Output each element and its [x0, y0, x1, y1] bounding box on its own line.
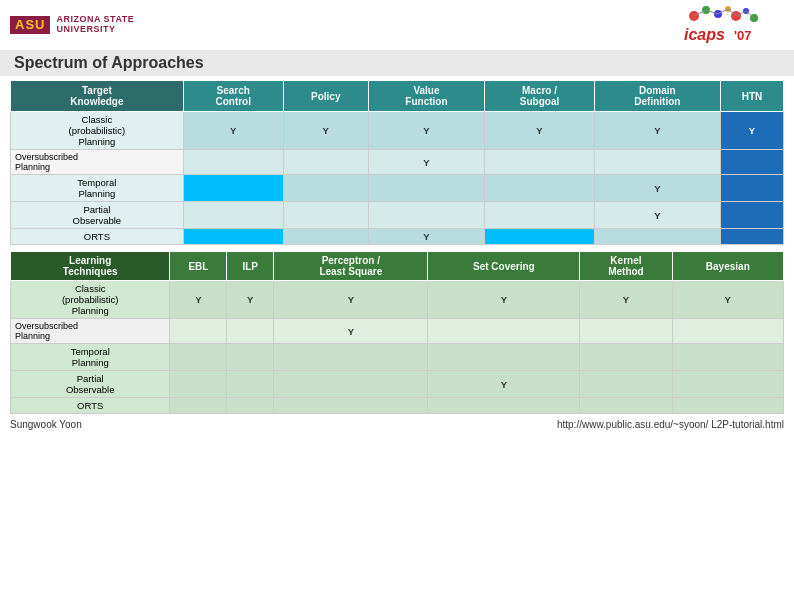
table-row: ORTS: [11, 398, 784, 414]
cell-partial-search: [183, 202, 283, 229]
cell-classic-macro: Y: [485, 112, 595, 150]
th-macro-subgoal: Macro /Subgoal: [485, 81, 595, 112]
icaps-logo-svg: icaps '07: [674, 4, 784, 46]
brow-label-orts: ORTS: [11, 398, 170, 414]
table-row: Classic(probabilistic)Planning Y Y Y Y Y…: [11, 112, 784, 150]
cell-temporal-macro: [485, 175, 595, 202]
row-label-temporal: TemporalPlanning: [11, 175, 184, 202]
table-row: OversubscribedPlanning Y: [11, 319, 784, 344]
bcell-temporal-ebl: [170, 344, 227, 371]
top-table: TargetKnowledge SearchControl Policy Val…: [10, 80, 784, 245]
bcell-classic-setcov: Y: [428, 281, 580, 319]
asu-logo: ASU ARIZONA STATE UNIVERSITY: [10, 15, 134, 35]
bth-ebl: EBL: [170, 252, 227, 281]
cell-orts-domain: [594, 229, 720, 245]
page-title: Spectrum of Approaches: [0, 50, 794, 76]
cell-orts-search: [183, 229, 283, 245]
cell-orts-policy: [283, 229, 368, 245]
bcell-temporal-kernel: [580, 344, 672, 371]
cell-orts-macro: [485, 229, 595, 245]
svg-text:icaps: icaps: [684, 26, 725, 43]
th-search-control: SearchControl: [183, 81, 283, 112]
table-row: TemporalPlanning Y: [11, 175, 784, 202]
table-row: PartialObservable Y: [11, 202, 784, 229]
bcell-temporal-perceptron: [274, 344, 428, 371]
bcell-oversub-kernel: [580, 319, 672, 344]
bth-set-covering: Set Covering: [428, 252, 580, 281]
cell-classic-search: Y: [183, 112, 283, 150]
cell-orts-value: Y: [368, 229, 484, 245]
svg-text:'07: '07: [734, 28, 752, 43]
bcell-oversub-bayesian: [672, 319, 783, 344]
bcell-temporal-setcov: [428, 344, 580, 371]
right-logo: icaps '07: [674, 4, 784, 46]
table-row: OversubscribedPlanning Y: [11, 150, 784, 175]
cell-orts-htn: [720, 229, 783, 245]
th-value-function: ValueFunction: [368, 81, 484, 112]
table-row: Classic(probabilistic)Planning Y Y Y Y Y…: [11, 281, 784, 319]
row-label-classic: Classic(probabilistic)Planning: [11, 112, 184, 150]
th-target-knowledge: TargetKnowledge: [11, 81, 184, 112]
bcell-temporal-bayesian: [672, 344, 783, 371]
cell-temporal-policy: [283, 175, 368, 202]
top-table-container: TargetKnowledge SearchControl Policy Val…: [0, 76, 794, 247]
bth-bayesian: Bayesian: [672, 252, 783, 281]
cell-partial-domain: Y: [594, 202, 720, 229]
cell-oversub-macro: [485, 150, 595, 175]
cell-classic-value: Y: [368, 112, 484, 150]
header: ASU ARIZONA STATE UNIVERSITY: [0, 0, 794, 50]
th-policy: Policy: [283, 81, 368, 112]
th-domain-def: DomainDefinition: [594, 81, 720, 112]
bottom-table-container: LearningTechniques EBL ILP Perceptron /L…: [0, 247, 794, 416]
bottom-table-header-row: LearningTechniques EBL ILP Perceptron /L…: [11, 252, 784, 281]
footer-author: Sungwook Yoon: [10, 419, 82, 430]
brow-label-temporal: TemporalPlanning: [11, 344, 170, 371]
bcell-orts-perceptron: [274, 398, 428, 414]
cell-temporal-value: [368, 175, 484, 202]
bcell-temporal-ilp: [227, 344, 274, 371]
bcell-partial-ilp: [227, 371, 274, 398]
cell-temporal-search: [183, 175, 283, 202]
bcell-orts-ebl: [170, 398, 227, 414]
brow-label-partial: PartialObservable: [11, 371, 170, 398]
bth-kernel-method: KernelMethod: [580, 252, 672, 281]
bcell-partial-ebl: [170, 371, 227, 398]
bcell-partial-bayesian: [672, 371, 783, 398]
bcell-oversub-ebl: [170, 319, 227, 344]
top-table-header-row: TargetKnowledge SearchControl Policy Val…: [11, 81, 784, 112]
bcell-classic-bayesian: Y: [672, 281, 783, 319]
bottom-table: LearningTechniques EBL ILP Perceptron /L…: [10, 251, 784, 414]
cell-temporal-htn: [720, 175, 783, 202]
asu-text-block: ARIZONA STATE UNIVERSITY: [56, 15, 134, 35]
cell-classic-policy: Y: [283, 112, 368, 150]
bth-learning-techniques: LearningTechniques: [11, 252, 170, 281]
bcell-orts-kernel: [580, 398, 672, 414]
asu-logo-block: ASU: [10, 16, 50, 34]
cell-oversub-htn: [720, 150, 783, 175]
bcell-classic-ebl: Y: [170, 281, 227, 319]
footer-url: http://www.public.asu.edu/~syoon/ L2P-tu…: [557, 419, 784, 430]
cell-classic-domain: Y: [594, 112, 720, 150]
cell-partial-policy: [283, 202, 368, 229]
table-row: TemporalPlanning: [11, 344, 784, 371]
cell-oversub-search: [183, 150, 283, 175]
cell-partial-htn: [720, 202, 783, 229]
bcell-oversub-perceptron: Y: [274, 319, 428, 344]
bcell-oversub-setcov: [428, 319, 580, 344]
bth-ilp: ILP: [227, 252, 274, 281]
bth-perceptron: Perceptron /Least Square: [274, 252, 428, 281]
row-label-partial: PartialObservable: [11, 202, 184, 229]
th-htn: HTN: [720, 81, 783, 112]
bcell-orts-bayesian: [672, 398, 783, 414]
bcell-orts-ilp: [227, 398, 274, 414]
cell-partial-value: [368, 202, 484, 229]
row-label-orts: ORTS: [11, 229, 184, 245]
bcell-partial-perceptron: [274, 371, 428, 398]
row-label-oversub: OversubscribedPlanning: [11, 150, 184, 175]
table-row: PartialObservable Y: [11, 371, 784, 398]
cell-partial-macro: [485, 202, 595, 229]
cell-oversub-domain: [594, 150, 720, 175]
bcell-classic-kernel: Y: [580, 281, 672, 319]
cell-oversub-value: Y: [368, 150, 484, 175]
asu-line2: UNIVERSITY: [56, 25, 134, 35]
